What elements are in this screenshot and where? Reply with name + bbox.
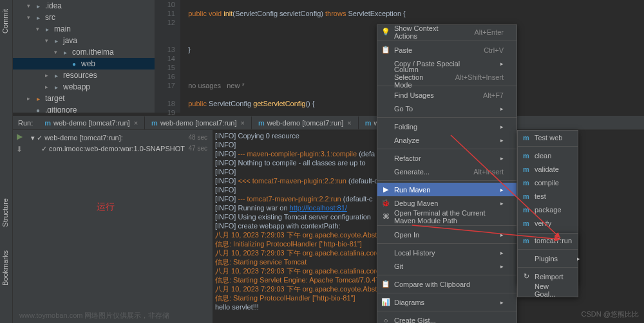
bookmarks-tab[interactable]: Bookmarks <box>0 245 10 291</box>
rerun-icon[interactable]: ▶ <box>13 130 26 143</box>
tree-item[interactable]: ▾▸.idea <box>13 0 155 12</box>
menu-item[interactable]: 📋PasteCtrl+V <box>377 43 516 57</box>
menu-item[interactable]: mclean <box>518 149 578 162</box>
tree-item[interactable]: ▸▸resources <box>13 69 155 81</box>
maven-icon: m <box>522 152 531 160</box>
menu-icon: ▶ <box>381 185 390 194</box>
tree-item[interactable]: ▾▸main <box>13 23 155 35</box>
tree-item[interactable]: ●web <box>13 58 155 69</box>
menu-item[interactable]: ○Create Gist... <box>377 313 516 323</box>
run-tab-bar: Run: mweb-demo [tomcat7:run]× mweb-demo … <box>13 116 644 130</box>
maven-icon: m <box>522 134 531 142</box>
maven-icon: m <box>522 192 531 200</box>
menu-item[interactable]: mtomcat7:run <box>518 234 578 247</box>
annotation-text: 运行 <box>97 201 115 213</box>
run-tree-root[interactable]: ▾ ✓ web-demo [tomcat7:run]:48 sec <box>28 133 210 143</box>
menu-icon: ⌘ <box>381 212 390 221</box>
menu-item[interactable]: ⌘Open Terminal at the Current Maven Modu… <box>377 210 516 223</box>
folder-icon: ▸ <box>33 13 43 22</box>
menu-item[interactable]: Plugins▸ <box>518 252 578 265</box>
menu-item[interactable]: mTest web <box>518 131 578 144</box>
tree-item[interactable]: ●.gitignore <box>13 104 155 113</box>
menu-item[interactable]: mpackage <box>518 203 578 216</box>
folder-icon: ▸ <box>52 71 61 80</box>
editor-gutter: 10111213141516171819 <box>155 0 180 113</box>
menu-item[interactable]: mverify <box>518 216 578 230</box>
menu-item[interactable]: 💡Show Context ActionsAlt+Enter <box>377 25 516 39</box>
csdn-credit: CSDN @悠熊比比 <box>582 309 639 319</box>
tree-item[interactable]: ▸▸target <box>13 93 155 104</box>
menu-icon: 🐞 <box>381 199 390 207</box>
menu-item[interactable]: Analyze▸ <box>377 133 516 147</box>
menu-icon: ○ <box>381 317 390 324</box>
folder-icon: ▸ <box>52 36 61 45</box>
menu-item[interactable]: mvalidate <box>518 162 578 176</box>
maven-icon: m <box>522 206 531 214</box>
editor-context-menu[interactable]: 💡Show Context ActionsAlt+Enter📋PasteCtrl… <box>377 24 517 323</box>
tree-item[interactable]: ▸▸webapp <box>13 81 155 93</box>
menu-item[interactable]: 📊Diagrams▸ <box>377 295 516 309</box>
run-tab[interactable]: mweb-demo [tomcat7:run]× <box>252 116 359 129</box>
run-toolbar: ▶ ⬇ <box>13 130 26 323</box>
tree-item[interactable]: ▾▸java <box>13 35 155 46</box>
stop-icon[interactable]: ⬇ <box>13 143 26 156</box>
run-tab[interactable]: mweb-demo [tomcat7:run]× <box>38 116 145 129</box>
structure-tab[interactable]: Structure <box>0 193 10 232</box>
run-tree-child[interactable]: ✓ com.imooc:web-demo:war:1.0-SNAPSHOT47 … <box>28 143 210 154</box>
menu-item[interactable]: mcompile <box>518 176 578 189</box>
menu-item[interactable]: 🐞Debug Maven▸ <box>377 196 516 210</box>
maven-icon: m <box>522 237 531 245</box>
file-icon: ● <box>33 106 43 113</box>
menu-item[interactable]: ↻Reimport <box>518 270 578 283</box>
menu-icon: 📋 <box>381 280 390 288</box>
menu-item[interactable]: Generate...Alt+Insert <box>377 165 516 178</box>
menu-icon: ↻ <box>522 272 531 281</box>
watermark: www.toymoban.com 网络图片仅供展示，非存储 <box>19 311 169 320</box>
project-tree[interactable]: ▾▸.idea▾▸src▾▸main▾▸java▾▸com.itheima●we… <box>13 0 155 113</box>
maven-submenu-2[interactable]: mtomcat7:runPlugins▸↻ReimportNew Goal... <box>517 233 578 297</box>
folder-icon: ▸ <box>33 1 43 10</box>
folder-icon: ▸ <box>52 82 61 91</box>
menu-item[interactable]: ▶Run Maven▸ <box>377 183 516 196</box>
tree-item[interactable]: ▾▸com.itheima <box>13 46 155 58</box>
menu-item[interactable]: Git▸ <box>377 259 516 273</box>
menu-item[interactable]: Find UsagesAlt+F7 <box>377 88 516 102</box>
run-label: Run: <box>13 119 38 127</box>
folder-icon: ▸ <box>43 24 52 33</box>
menu-item[interactable]: Folding▸ <box>377 120 516 133</box>
menu-item[interactable]: Local History▸ <box>377 246 516 259</box>
maven-icon: m <box>522 179 531 187</box>
run-tab[interactable]: mweb-demo [tomcat7:run]× <box>145 116 252 129</box>
menu-item[interactable]: New Goal... <box>518 283 578 297</box>
commit-tab[interactable]: Commit <box>0 4 10 39</box>
menu-item[interactable]: 📋Compare with Clipboard <box>377 277 516 291</box>
menu-icon: 📊 <box>381 298 390 306</box>
maven-icon: m <box>522 165 531 173</box>
left-tool-rail: Commit Structure Bookmarks <box>0 0 13 323</box>
menu-item[interactable]: mtest <box>518 189 578 203</box>
folder-icon: ▸ <box>61 48 70 57</box>
menu-icon: 📋 <box>381 46 390 54</box>
menu-item[interactable]: Column Selection ModeAlt+Shift+Insert <box>377 70 516 84</box>
menu-item[interactable]: Refactor▸ <box>377 151 516 165</box>
menu-item[interactable]: Go To▸ <box>377 102 516 115</box>
folder-icon: ▸ <box>33 94 43 103</box>
run-tree[interactable]: ▾ ✓ web-demo [tomcat7:run]:48 sec ✓ com.… <box>26 130 213 323</box>
tree-item[interactable]: ▾▸src <box>13 12 155 23</box>
menu-item[interactable]: Open In▸ <box>377 228 516 241</box>
menu-icon: 💡 <box>381 28 390 36</box>
circle-icon: ● <box>70 59 79 68</box>
maven-icon: m <box>522 219 531 227</box>
